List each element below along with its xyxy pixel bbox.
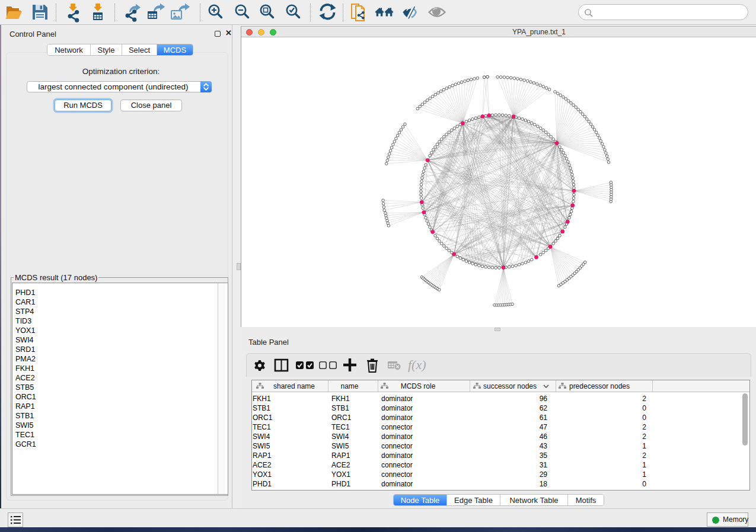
svg-text:f(x): f(x) xyxy=(408,357,426,372)
